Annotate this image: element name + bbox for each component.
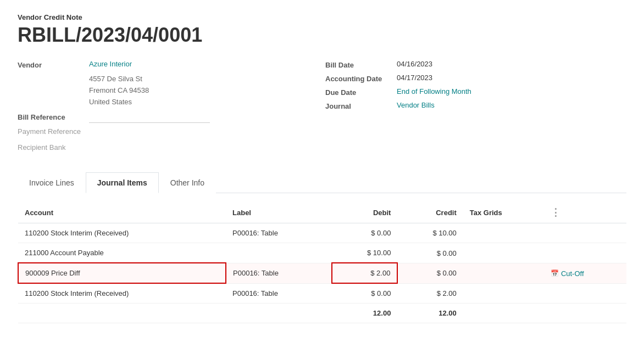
account-cell: 211000 Account Payable — [18, 243, 226, 263]
recipient-bank-label: Recipient Bank — [18, 143, 65, 151]
vendor-address-line1: 4557 De Silva St — [89, 74, 281, 85]
tax-grids-cell — [463, 223, 544, 243]
credit-cell: $ 0.00 — [397, 243, 463, 263]
options-cell — [544, 243, 626, 263]
table-row: 110200 Stock Interim (Received) P00016: … — [18, 223, 626, 243]
tax-grids-cell — [463, 243, 544, 263]
tab-journal-items[interactable]: Journal Items — [86, 172, 159, 193]
totals-empty-label — [226, 304, 332, 323]
vendor-label: Vendor — [18, 60, 89, 69]
totals-empty-tax — [463, 304, 544, 323]
options-cell — [544, 283, 626, 304]
label-cell — [226, 243, 332, 263]
bill-reference-label: Bill Reference — [18, 112, 89, 121]
bill-date-label: Bill Date — [325, 60, 397, 69]
vendor-address-line2: Fremont CA 94538 — [89, 85, 281, 97]
due-date-label: Due Date — [325, 87, 397, 97]
col-header-label: Label — [226, 202, 332, 223]
debit-cell: $ 0.00 — [332, 223, 397, 243]
accounting-date-label: Accounting Date — [325, 74, 397, 83]
vendor-credit-label: Vendor Credit Note — [18, 13, 626, 21]
credit-cell: $ 2.00 — [397, 283, 463, 304]
totals-empty-account — [18, 304, 226, 323]
journal-label: Journal — [325, 101, 397, 110]
journal-items-table: Account Label Debit Credit Tax Grids ⋮ 1… — [18, 202, 626, 323]
tab-invoice-lines[interactable]: Invoice Lines — [18, 172, 86, 193]
label-cell: P00016: Table — [226, 223, 332, 243]
bill-date-value: 04/16/2023 — [397, 60, 432, 68]
col-header-account: Account — [18, 202, 226, 223]
vendor-address-line3: United States — [89, 97, 281, 108]
vendor-name[interactable]: Azure Interior — [89, 60, 132, 68]
label-cell: P00016: Table — [226, 283, 332, 304]
label-cell: P00016: Table — [226, 263, 332, 283]
tab-other-info[interactable]: Other Info — [159, 172, 216, 193]
journal-value[interactable]: Vendor Bills — [397, 101, 435, 109]
credit-cell: $ 0.00 — [397, 263, 463, 283]
col-header-tax-grids: Tax Grids — [463, 202, 544, 223]
options-cell — [544, 223, 626, 243]
tab-bar: Invoice Lines Journal Items Other Info — [18, 172, 626, 193]
table-row: 110200 Stock Interim (Received) P00016: … — [18, 283, 626, 304]
cutoff-label: Cut-Off — [561, 269, 584, 278]
debit-cell: $ 0.00 — [332, 283, 397, 304]
cutoff-cell[interactable]: 📅 Cut-Off — [544, 263, 626, 283]
account-cell: 110200 Stock Interim (Received) — [18, 283, 226, 304]
totals-empty-options — [544, 304, 626, 323]
accounting-date-value: 04/17/2023 — [397, 74, 432, 82]
totals-debit: 12.00 — [332, 304, 397, 323]
account-cell: 900009 Price Diff — [18, 263, 226, 283]
account-cell: 110200 Stock Interim (Received) — [18, 223, 226, 243]
due-date-value[interactable]: End of Following Month — [397, 87, 471, 95]
payment-reference-label: Payment Reference — [18, 127, 81, 136]
bill-reference-input[interactable] — [89, 112, 210, 123]
tax-grids-cell — [463, 283, 544, 304]
col-header-debit: Debit — [332, 202, 397, 223]
col-header-options[interactable]: ⋮ — [544, 202, 626, 223]
totals-row: 12.00 12.00 — [18, 304, 626, 323]
table-row-highlighted: 900009 Price Diff P00016: Table $ 2.00 $… — [18, 263, 626, 283]
debit-cell: $ 10.00 — [332, 243, 397, 263]
debit-cell: $ 2.00 — [332, 263, 397, 283]
tax-grids-cell — [463, 263, 544, 283]
credit-cell: $ 10.00 — [397, 223, 463, 243]
col-header-credit: Credit — [397, 202, 463, 223]
cutoff-button[interactable]: 📅 Cut-Off — [551, 269, 584, 278]
cutoff-calendar-icon: 📅 — [551, 269, 559, 277]
totals-credit: 12.00 — [397, 304, 463, 323]
table-row: 211000 Account Payable $ 10.00 $ 0.00 — [18, 243, 626, 263]
document-title: RBILL/2023/04/0001 — [18, 24, 626, 47]
